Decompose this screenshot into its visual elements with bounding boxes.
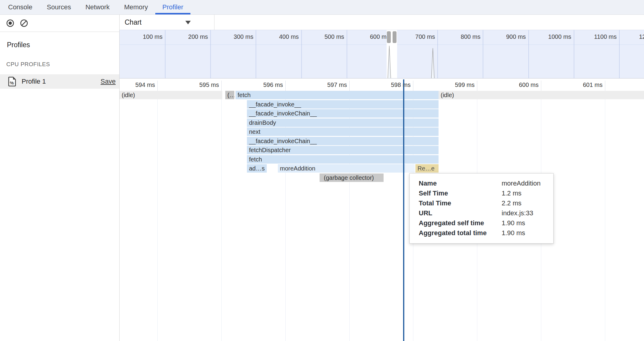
flame-bar-fetchdispatcher[interactable]: fetchDispatcher xyxy=(247,146,439,154)
chart-header: Chart xyxy=(120,15,644,30)
flame-bar-facade-invoke[interactable]: __facade_invoke__ xyxy=(247,100,439,109)
flame-bar-garbage-collector[interactable]: (garbage collector) xyxy=(320,174,384,182)
tooltip-label: Name xyxy=(419,180,502,187)
cpu-profiles-section-title: CPU PROFILES xyxy=(6,61,119,68)
record-profile-button[interactable] xyxy=(6,19,14,27)
profile-list-item[interactable]: % Profile 1 Save xyxy=(0,74,119,89)
flame-bar-ad-s[interactable]: ad…s xyxy=(247,164,267,173)
ruler-tick xyxy=(541,81,541,91)
tab-profiler[interactable]: Profiler xyxy=(155,0,191,14)
overview-tick-label: 100 ms xyxy=(120,33,163,40)
tooltip-label: Total Time xyxy=(419,199,502,207)
overview-tick-label: 400 ms xyxy=(250,33,299,40)
ruler-tick-label: 596 ms xyxy=(238,81,283,88)
tooltip-value: 1.90 ms xyxy=(502,229,525,237)
tab-console[interactable]: Console xyxy=(1,0,40,14)
tooltip-label: URL xyxy=(419,209,502,217)
profiler-toolbar xyxy=(0,15,119,32)
tooltip-value: 1.2 ms xyxy=(502,189,521,197)
tooltip-row: Self Time1.2 ms xyxy=(419,188,553,198)
tooltip-label: Aggregated total time xyxy=(419,229,502,237)
ruler-tick xyxy=(477,81,477,91)
tab-network[interactable]: Network xyxy=(78,0,117,14)
overview-tick-label: 1200 ms xyxy=(613,33,644,40)
chevron-down-icon xyxy=(185,21,191,24)
overview-label-edge xyxy=(120,45,644,45)
tooltip-value: 2.2 ms xyxy=(502,199,521,207)
overview-tick-label: 800 ms xyxy=(432,33,480,40)
flame-bar-segment[interactable] xyxy=(405,164,415,173)
cpu-activity-spike xyxy=(431,48,435,78)
cpu-activity-spike xyxy=(387,45,391,78)
ruler-tick xyxy=(221,81,222,91)
gridline xyxy=(221,91,222,341)
view-mode-select[interactable]: Chart xyxy=(120,15,214,30)
ruler-tick-label: 595 ms xyxy=(174,81,219,88)
tooltip-label: Aggregated self time xyxy=(419,219,502,227)
profile-name: Profile 1 xyxy=(22,78,46,85)
overview-tick-label: 500 ms xyxy=(296,33,344,40)
ruler-tick-label: 600 ms xyxy=(494,81,539,88)
tooltip-row: Aggregated self time1.90 ms xyxy=(419,218,553,228)
flame-chart-panel: Chart 100 ms200 ms300 ms400 ms500 ms600 … xyxy=(120,15,644,341)
tooltip-value: moreAddition xyxy=(502,180,541,187)
tab-memory[interactable]: Memory xyxy=(117,0,155,14)
ruler-tick-label: 599 ms xyxy=(430,81,475,88)
flame-bar-facade-invokechain[interactable]: __facade_invokeChain__ xyxy=(247,137,439,145)
flame-bar-fetch[interactable]: fetch xyxy=(235,91,439,99)
tab-sources[interactable]: Sources xyxy=(40,0,78,14)
tooltip-value: 1.90 ms xyxy=(502,219,525,227)
frame-details-tooltip: NamemoreAdditionSelf Time1.2 msTotal Tim… xyxy=(409,173,554,244)
flame-bar-drainbody[interactable]: drainBody xyxy=(247,118,439,127)
devtools-tab-bar: ConsoleSourcesNetworkMemoryProfiler xyxy=(0,0,644,15)
ruler-tick-label: 601 ms xyxy=(557,81,603,88)
flame-bar-next[interactable]: next xyxy=(247,127,439,136)
tooltip-row: Aggregated total time1.90 ms xyxy=(419,228,553,238)
web-inspector: ConsoleSourcesNetworkMemoryProfiler Prof… xyxy=(0,0,644,341)
record-icon xyxy=(6,19,14,27)
profile-document-icon: % xyxy=(8,76,17,87)
tooltip-label: Self Time xyxy=(419,189,502,197)
flame-bar-idle[interactable]: (idle) xyxy=(439,91,644,99)
tooltip-row: URLindex.js:33 xyxy=(419,208,553,218)
overview-tick-label: 600 ms xyxy=(341,33,390,40)
ruler-tick xyxy=(605,81,605,91)
tooltip-row: NamemoreAddition xyxy=(419,178,553,188)
flame-bar-re-e[interactable]: Re…e xyxy=(415,164,439,173)
clear-profiles-button[interactable] xyxy=(20,19,28,27)
ruler-tick-label: 594 ms xyxy=(120,81,155,88)
flame-chart-rows: (idle)(…fetch(idle)__facade_invoke____fa… xyxy=(120,91,644,341)
ruler-tick xyxy=(285,81,286,91)
flame-bar-fetch[interactable]: fetch xyxy=(247,155,439,164)
selection-handle-left[interactable] xyxy=(387,31,391,43)
timeline-overview[interactable]: 100 ms200 ms300 ms400 ms500 ms600 ms700 … xyxy=(120,30,644,78)
overview-tick-label: 200 ms xyxy=(159,33,208,40)
profiles-sidebar: Profiles CPU PROFILES % Profile 1 Save xyxy=(0,15,120,341)
gridline xyxy=(157,91,158,341)
overview-tick-label: 1000 ms xyxy=(523,33,571,40)
overview-tick-label: 1100 ms xyxy=(568,33,617,40)
flame-bar-facade-invokechain[interactable]: __facade_invokeChain__ xyxy=(247,109,439,118)
flame-chart-ruler: 594 ms595 ms596 ms597 ms598 ms599 ms600 … xyxy=(120,80,644,91)
ruler-tick xyxy=(157,81,158,91)
tooltip-value: index.js:33 xyxy=(502,209,533,217)
profiles-heading: Profiles xyxy=(7,41,119,49)
overview-tick-label: 300 ms xyxy=(205,33,253,40)
overview-tick-label: 900 ms xyxy=(477,33,526,40)
selection-handle-right[interactable] xyxy=(393,31,396,43)
slashed-circle-icon xyxy=(20,19,28,27)
svg-text:%: % xyxy=(10,80,14,85)
ruler-tick xyxy=(413,81,413,91)
gridline xyxy=(605,91,605,341)
tooltip-row: Total Time2.2 ms xyxy=(419,198,553,208)
view-mode-value: Chart xyxy=(125,18,141,26)
ruler-tick-label: 597 ms xyxy=(302,81,347,88)
ruler-tick xyxy=(349,81,350,91)
flame-bar-moreaddition[interactable]: moreAddition xyxy=(278,164,405,173)
save-profile-link[interactable]: Save xyxy=(101,78,116,85)
flame-bar-[interactable]: (… xyxy=(225,91,234,99)
current-time-playhead xyxy=(403,79,404,341)
flame-bar-idle[interactable]: (idle) xyxy=(120,91,222,99)
